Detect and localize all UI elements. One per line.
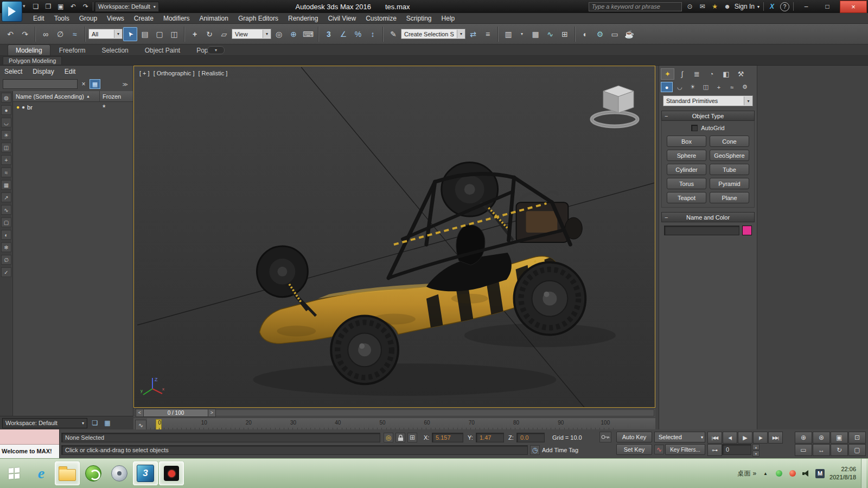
- tray-show-hidden-icons[interactable]: ▲: [761, 469, 770, 478]
- filter-spacewarps-icon[interactable]: ≈: [1, 168, 11, 177]
- tab-modify-icon[interactable]: ∫: [675, 68, 689, 80]
- taskbar-file-explorer-icon[interactable]: [55, 461, 80, 485]
- menu-item[interactable]: Help: [437, 15, 460, 22]
- macro-recorder-pane[interactable]: [0, 429, 59, 445]
- tray-antivirus-icon[interactable]: [775, 469, 783, 478]
- viewport-pov-menu[interactable]: [ Orthographic ]: [154, 70, 195, 76]
- category-shapes-icon[interactable]: ◡: [674, 82, 686, 92]
- taskbar-3dsmax-icon[interactable]: 3: [133, 461, 158, 485]
- save-file-icon[interactable]: ▣: [55, 1, 66, 12]
- filter-containers-icon[interactable]: ▢: [1, 217, 11, 227]
- explorer-search-input[interactable]: [3, 79, 78, 89]
- mirror-icon[interactable]: ⇄: [466, 27, 480, 41]
- maximize-viewport-toggle-icon[interactable]: ▢: [848, 444, 866, 456]
- minimize-button[interactable]: –: [797, 1, 815, 12]
- desktop-toolbar[interactable]: 桌面 »: [737, 469, 756, 478]
- current-frame-field[interactable]: 0: [722, 444, 751, 455]
- edit-named-selection-sets-icon[interactable]: ✎: [386, 27, 400, 41]
- filter-selection-icon[interactable]: ✓: [1, 267, 11, 277]
- next-frame-icon[interactable]: |▶: [753, 432, 768, 444]
- object-color-swatch[interactable]: [742, 226, 752, 235]
- ribbon-tab[interactable]: Selection: [94, 45, 136, 55]
- show-desktop-button[interactable]: [861, 459, 866, 488]
- filter-cameras-icon[interactable]: ◫: [1, 143, 11, 152]
- object-type-button[interactable]: GeoSphere: [710, 150, 749, 161]
- taskbar-clock[interactable]: 22:06 2021/8/18: [829, 465, 856, 481]
- communication-center-icon[interactable]: ✉: [698, 2, 707, 11]
- window-crossing-toggle-icon[interactable]: ◫: [167, 27, 181, 41]
- selection-lock-icon[interactable]: [395, 433, 405, 442]
- taskbar-green-app-icon[interactable]: [81, 461, 106, 485]
- isolate-selection-icon[interactable]: ◎: [384, 433, 393, 442]
- polygon-modeling-panel-tab[interactable]: Polygon Modeling: [3, 56, 62, 65]
- help-icon[interactable]: ?: [780, 2, 789, 11]
- selection-region-icon[interactable]: ▢: [152, 27, 167, 41]
- menu-item[interactable]: Animation: [195, 15, 233, 22]
- select-and-scale-icon[interactable]: ▱: [217, 27, 231, 41]
- tab-display-icon[interactable]: ◧: [719, 68, 733, 80]
- menu-item[interactable]: Customize: [361, 15, 401, 22]
- filter-groups-icon[interactable]: ▦: [1, 180, 11, 190]
- application-menu-button[interactable]: [2, 1, 22, 22]
- object-type-button[interactable]: Teapot: [667, 192, 706, 203]
- layer-flyout-caret-icon[interactable]: ▾: [516, 27, 528, 41]
- zoom-icon[interactable]: ⊕: [795, 432, 812, 444]
- scene-explorer-toggle-icon[interactable]: ❏: [90, 418, 100, 428]
- zoom-all-icon[interactable]: ⊛: [813, 432, 830, 444]
- go-to-start-icon[interactable]: |◀◀: [707, 432, 722, 444]
- object-type-button[interactable]: Pyramid: [710, 178, 749, 189]
- time-slider[interactable]: < 0 / 100 >: [133, 408, 655, 418]
- object-type-button[interactable]: Box: [667, 136, 706, 147]
- menu-item[interactable]: Scripting: [401, 15, 437, 22]
- menu-item[interactable]: Modifiers: [158, 15, 195, 22]
- tab-create-icon[interactable]: ✦: [661, 68, 674, 80]
- object-type-button[interactable]: Cone: [710, 136, 749, 147]
- object-type-button[interactable]: Cylinder: [667, 164, 706, 175]
- angle-snap-icon[interactable]: ∠: [336, 27, 350, 41]
- render-setup-icon[interactable]: ⚙: [593, 27, 607, 41]
- orbit-icon[interactable]: ↻: [831, 444, 848, 456]
- primitive-category-dropdown[interactable]: Standard Primitives ▾: [663, 95, 753, 106]
- key-mode-toggle-icon[interactable]: ⊶: [707, 444, 722, 456]
- select-and-rotate-icon[interactable]: ↻: [202, 27, 216, 41]
- unlink-selection-icon[interactable]: ∅: [53, 27, 67, 41]
- filter-xrefs-icon[interactable]: ↗: [1, 192, 11, 202]
- use-pivot-point-icon[interactable]: ◎: [272, 27, 286, 41]
- time-slider-handle[interactable]: 0 / 100: [144, 409, 208, 417]
- select-and-move-icon[interactable]: +: [188, 27, 202, 41]
- autogrid-checkbox[interactable]: [691, 125, 698, 131]
- set-keys-button[interactable]: [599, 432, 611, 442]
- layer-explorer-toggle-icon[interactable]: ▦: [103, 418, 112, 428]
- new-key-tangent-icon[interactable]: ∿: [654, 445, 664, 454]
- filter-shapes-icon[interactable]: ◡: [1, 118, 11, 127]
- rendered-frame-window-icon[interactable]: ▭: [608, 27, 622, 41]
- previous-frame-nudge-button[interactable]: <: [136, 409, 144, 417]
- application-menu-caret-icon[interactable]: ▾: [23, 3, 25, 9]
- open-file-icon[interactable]: ❐: [43, 1, 54, 12]
- tray-ime-icon[interactable]: M: [815, 469, 825, 478]
- ribbon-tab[interactable]: Freeform: [52, 45, 93, 55]
- tray-security-icon[interactable]: [788, 469, 797, 478]
- previous-frame-icon[interactable]: ◀|: [723, 432, 737, 444]
- reference-coordinate-dropdown[interactable]: View ▾: [232, 29, 271, 39]
- clear-search-icon[interactable]: ×: [80, 80, 87, 88]
- search-input[interactable]: [589, 2, 682, 11]
- redo-icon[interactable]: ↷: [18, 27, 32, 41]
- go-to-end-icon[interactable]: ▶▶|: [768, 432, 783, 444]
- curve-editor-icon[interactable]: ∿: [543, 27, 557, 41]
- rollout-name-and-color[interactable]: − Name and Color: [661, 212, 755, 222]
- select-object-button[interactable]: ➤: [123, 27, 137, 41]
- y-coordinate-field[interactable]: 1.47: [476, 433, 504, 442]
- sign-in-button[interactable]: ☻ Sign In ▾: [723, 2, 760, 11]
- explorer-menu-item[interactable]: Display: [33, 68, 60, 75]
- menu-item[interactable]: Civil View: [323, 15, 361, 22]
- keyboard-shortcut-override-icon[interactable]: ⌨: [301, 27, 315, 41]
- key-selection-dropdown[interactable]: Selected ▾: [654, 432, 705, 442]
- zoom-extents-all-icon[interactable]: ⊡: [848, 432, 866, 444]
- set-key-button[interactable]: Set Key: [616, 444, 652, 455]
- key-filters-button[interactable]: Key Filters...: [665, 444, 705, 455]
- object-type-button[interactable]: Plane: [710, 192, 749, 203]
- select-by-name-icon[interactable]: ▤: [138, 27, 152, 41]
- view-cube[interactable]: [589, 78, 648, 132]
- viewport-shading-menu[interactable]: [ Realistic ]: [198, 70, 227, 76]
